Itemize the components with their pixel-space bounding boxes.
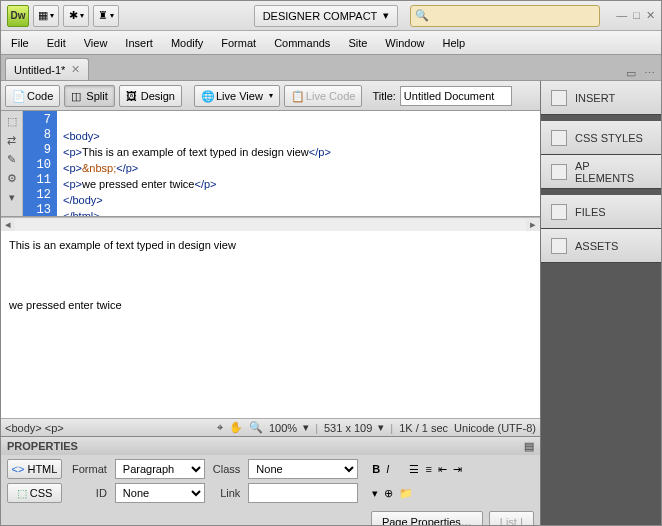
link-dropdown-icon[interactable]: ▾ bbox=[372, 487, 378, 500]
page-size-time: 1K / 1 sec bbox=[399, 422, 448, 434]
tag-selector[interactable]: <body> <p> bbox=[5, 422, 64, 434]
more-icon[interactable]: ▾ bbox=[9, 191, 15, 204]
ol-button[interactable]: ≡ bbox=[425, 463, 431, 475]
menu-commands[interactable]: Commands bbox=[274, 37, 330, 49]
maximize-button[interactable]: □ bbox=[633, 9, 640, 22]
page-properties-button[interactable]: Page Properties… bbox=[371, 511, 483, 526]
page-encoding: Unicode (UTF-8) bbox=[454, 422, 536, 434]
hand-tool-icon[interactable]: ✋ bbox=[229, 421, 243, 434]
panel-css-styles[interactable]: CSS STYLES bbox=[541, 121, 661, 155]
italic-button[interactable]: I bbox=[386, 463, 389, 475]
menu-window[interactable]: Window bbox=[385, 37, 424, 49]
panel-assets[interactable]: ASSETS bbox=[541, 229, 661, 263]
format-label: Format bbox=[72, 463, 107, 475]
id-select[interactable]: None bbox=[115, 483, 205, 503]
insert-icon bbox=[551, 90, 567, 106]
design-view[interactable]: This is an example of text typed in desi… bbox=[1, 231, 540, 418]
right-panel-dock: INSERT CSS STYLES AP ELEMENTS FILES ASSE… bbox=[541, 81, 661, 526]
css-mode-button[interactable]: ⬚CSS bbox=[7, 483, 62, 503]
doc-options-icon[interactable]: ▭ bbox=[626, 67, 636, 80]
workspace-switcher[interactable]: DESIGNER COMPACT▾ bbox=[254, 5, 399, 27]
html-mode-button[interactable]: <>HTML bbox=[7, 459, 62, 479]
format-icon[interactable]: ✎ bbox=[7, 153, 16, 166]
link-input[interactable] bbox=[248, 483, 358, 503]
assets-icon bbox=[551, 238, 567, 254]
code-gutter: ⬚ ⇄ ✎ ⚙ ▾ bbox=[1, 111, 23, 216]
minimize-button[interactable]: — bbox=[616, 9, 627, 22]
split-view-button[interactable]: ◫Split bbox=[64, 85, 114, 107]
line-numbers: 78910111213 bbox=[23, 111, 57, 216]
link-label: Link bbox=[213, 487, 241, 499]
format-select[interactable]: Paragraph bbox=[115, 459, 205, 479]
search-field[interactable]: 🔍 bbox=[410, 5, 600, 27]
code-editor[interactable]: <body><p>This is an example of text type… bbox=[57, 111, 540, 216]
design-view-button[interactable]: 🖼Design bbox=[119, 85, 182, 107]
extend-menu-button[interactable]: ✱▾ bbox=[63, 5, 89, 27]
collapse-icon[interactable]: ⬚ bbox=[7, 115, 17, 128]
app-logo: Dw bbox=[7, 5, 29, 27]
panel-options-icon[interactable]: ▤ bbox=[524, 440, 534, 453]
close-tab-icon[interactable]: ✕ bbox=[71, 63, 80, 76]
menu-help[interactable]: Help bbox=[442, 37, 465, 49]
ap-elements-icon bbox=[551, 164, 567, 180]
panel-files[interactable]: FILES bbox=[541, 195, 661, 229]
layout-menu-button[interactable]: ▦▾ bbox=[33, 5, 59, 27]
menu-insert[interactable]: Insert bbox=[125, 37, 153, 49]
status-bar: <body> <p> ⌖ ✋ 🔍 100%▾ | 531 x 109▾ | 1K… bbox=[1, 418, 540, 436]
zoom-tool-icon[interactable]: 🔍 bbox=[249, 421, 263, 434]
indent-button[interactable]: ⇥ bbox=[453, 463, 462, 476]
site-menu-button[interactable]: ♜▾ bbox=[93, 5, 119, 27]
design-paragraph[interactable]: This is an example of text typed in desi… bbox=[9, 239, 532, 251]
expand-icon[interactable]: ⇄ bbox=[7, 134, 16, 147]
document-tab-label: Untitled-1* bbox=[14, 64, 65, 76]
code-view-button[interactable]: 📄Code bbox=[5, 85, 60, 107]
css-icon bbox=[551, 130, 567, 146]
pointer-tool-icon[interactable]: ⌖ bbox=[217, 421, 223, 434]
point-to-file-icon[interactable]: ⊕ bbox=[384, 487, 393, 500]
menu-edit[interactable]: Edit bbox=[47, 37, 66, 49]
panel-insert[interactable]: INSERT bbox=[541, 81, 661, 115]
menu-view[interactable]: View bbox=[84, 37, 108, 49]
doc-menu-icon[interactable]: ⋯ bbox=[644, 67, 655, 80]
menu-site[interactable]: Site bbox=[348, 37, 367, 49]
options-icon[interactable]: ⚙ bbox=[7, 172, 17, 185]
outdent-button[interactable]: ⇤ bbox=[438, 463, 447, 476]
live-code-button: 📋Live Code bbox=[284, 85, 363, 107]
workspace-label: DESIGNER COMPACT bbox=[263, 10, 378, 22]
design-paragraph[interactable]: we pressed enter twice bbox=[9, 299, 532, 311]
zoom-level[interactable]: 100% bbox=[269, 422, 297, 434]
menu-modify[interactable]: Modify bbox=[171, 37, 203, 49]
viewport-dims: 531 x 109 bbox=[324, 422, 372, 434]
close-button[interactable]: ✕ bbox=[646, 9, 655, 22]
document-tab[interactable]: Untitled-1* ✕ bbox=[5, 58, 89, 80]
panel-ap-elements[interactable]: AP ELEMENTS bbox=[541, 155, 661, 189]
code-hscrollbar[interactable]: ◂▸ bbox=[1, 217, 540, 231]
list-item-button: List I bbox=[489, 511, 534, 526]
title-label: Title: bbox=[372, 90, 395, 102]
menu-file[interactable]: File bbox=[11, 37, 29, 49]
id-label: ID bbox=[72, 487, 107, 499]
search-input[interactable] bbox=[429, 10, 595, 22]
menu-bar: File Edit View Insert Modify Format Comm… bbox=[1, 31, 661, 55]
ul-button[interactable]: ☰ bbox=[409, 463, 419, 476]
properties-panel: PROPERTIES ▤ <>HTML ⬚CSS Format Paragrap… bbox=[1, 436, 540, 526]
live-view-button[interactable]: 🌐Live View▾ bbox=[194, 85, 280, 107]
menu-format[interactable]: Format bbox=[221, 37, 256, 49]
properties-title: PROPERTIES bbox=[7, 440, 78, 452]
class-select[interactable]: None bbox=[248, 459, 358, 479]
bold-button[interactable]: B bbox=[372, 463, 380, 475]
files-icon bbox=[551, 204, 567, 220]
browse-folder-icon[interactable]: 📁 bbox=[399, 487, 413, 500]
document-title-input[interactable] bbox=[400, 86, 512, 106]
class-label: Class bbox=[213, 463, 241, 475]
search-icon: 🔍 bbox=[415, 9, 429, 22]
